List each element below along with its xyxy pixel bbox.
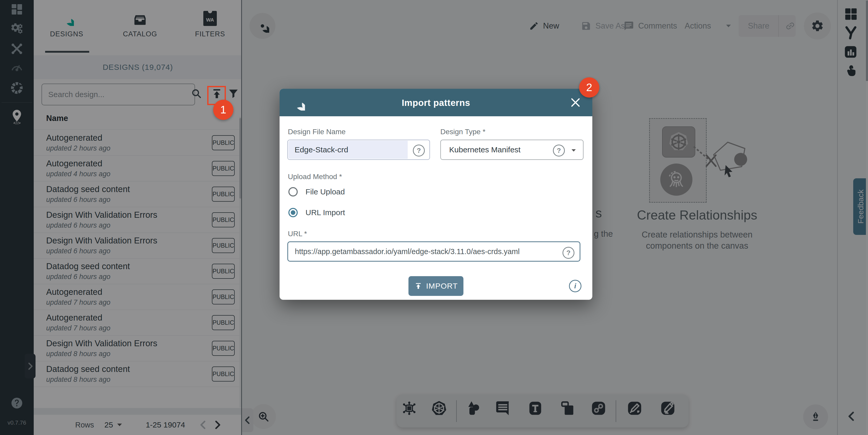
design-file-name-label: Design File Name (288, 128, 346, 136)
radio-unchecked-icon (288, 187, 298, 197)
info-icon[interactable]: i (569, 280, 582, 292)
url-label: URL * (288, 230, 307, 238)
radio-checked-icon (288, 208, 298, 217)
help-icon[interactable]: ? (553, 145, 565, 156)
import-button[interactable]: IMPORT (408, 276, 463, 296)
import-label: IMPORT (426, 282, 458, 290)
design-file-name-field: ? (287, 140, 430, 160)
url-import-option[interactable]: URL Import (288, 207, 345, 218)
design-file-name-input[interactable] (288, 145, 413, 154)
help-icon[interactable]: ? (562, 247, 575, 259)
modal-title: Import patterns (280, 97, 592, 108)
design-type-value: Kubernetes Manifest (441, 145, 521, 154)
upload-method-label: Upload Method * (288, 173, 342, 181)
help-icon[interactable]: ? (413, 145, 425, 156)
design-type-select[interactable]: Kubernetes Manifest ? (440, 140, 584, 160)
file-upload-option[interactable]: File Upload (288, 186, 345, 198)
chevron-down-icon (571, 149, 576, 152)
url-input[interactable] (288, 248, 566, 256)
kanvas-app: v0.7.76 DESIGNS CATALOG WA FILTERS (0, 0, 868, 435)
file-upload-label: File Upload (306, 187, 345, 196)
annotation-step-2: 2 (579, 77, 599, 97)
url-field: ? (287, 241, 580, 262)
import-patterns-modal: Import patterns Design File Name ? Desig… (280, 89, 592, 300)
design-type-label: Design Type * (440, 128, 486, 136)
upload-icon (414, 282, 423, 290)
annotation-step-1: 1 (213, 100, 234, 120)
close-icon[interactable] (570, 97, 581, 108)
url-import-label: URL Import (306, 208, 345, 217)
